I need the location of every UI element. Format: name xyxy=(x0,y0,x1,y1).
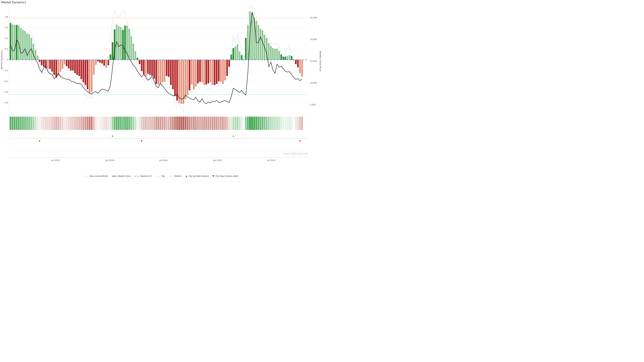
heat-cell-week-119 xyxy=(256,117,257,130)
heat-cell-week-6 xyxy=(20,117,22,130)
bar-week-66 xyxy=(145,60,147,76)
heat-cell-week-84 xyxy=(182,117,184,130)
legend-glyph-flip_up-icon xyxy=(185,175,188,177)
heat-cell-week-136 xyxy=(291,117,292,130)
bar-week-44 xyxy=(99,60,101,62)
heat-cell-week-59 xyxy=(130,117,132,130)
bar-week-104 xyxy=(224,60,226,80)
bar-week-37 xyxy=(85,60,86,85)
legend-label: Top xyxy=(162,175,165,177)
heat-cell-week-52 xyxy=(116,117,118,130)
left-tick-label: 0.2 xyxy=(5,48,8,50)
heat-cell-week-126 xyxy=(270,117,272,130)
left-tick-label: −0.8 xyxy=(3,102,8,104)
heat-cell-week-137 xyxy=(293,117,294,130)
heat-cell-week-78 xyxy=(170,117,172,130)
heat-cell-week-20 xyxy=(49,117,51,130)
heat-cell-week-24 xyxy=(58,117,59,130)
bar-week-38 xyxy=(87,60,88,89)
bar-week-31 xyxy=(72,60,74,70)
bar-week-73 xyxy=(160,60,161,83)
heat-cell-week-8 xyxy=(24,117,26,130)
heat-cell-week-101 xyxy=(218,117,220,130)
heat-cell-week-33 xyxy=(76,117,78,130)
x-tick-label: Jul 2025 xyxy=(267,159,276,162)
heat-cell-week-79 xyxy=(172,117,174,130)
heat-cell-week-26 xyxy=(62,117,64,130)
heat-cell-week-124 xyxy=(266,117,268,130)
legend-label: Flip Down (Green→Red) xyxy=(216,175,238,177)
bar-week-135 xyxy=(289,55,290,60)
heat-cell-week-80 xyxy=(174,117,176,130)
heat-cell-week-37 xyxy=(84,117,86,130)
heat-cell-week-111 xyxy=(239,117,240,130)
bar-week-72 xyxy=(158,60,159,85)
heat-cell-week-118 xyxy=(253,117,255,130)
bar-week-79 xyxy=(172,60,174,89)
flip-down-marker-week-64 xyxy=(141,140,142,142)
heat-cell-week-34 xyxy=(78,117,80,130)
bar-week-77 xyxy=(168,60,170,77)
bar-week-28 xyxy=(66,60,68,66)
bar-week-46 xyxy=(103,60,105,66)
heat-cell-week-72 xyxy=(158,117,159,130)
heat-cell-week-89 xyxy=(193,117,194,130)
flip-marker-panel xyxy=(9,133,308,158)
legend: Raw (unsmoothed)Weekly CloseBaseline (0)… xyxy=(0,175,322,177)
flip-down-marker-week-15 xyxy=(39,140,40,142)
heat-cell-week-104 xyxy=(224,117,226,130)
bar-week-9 xyxy=(26,33,28,60)
heat-cell-week-3 xyxy=(14,117,16,130)
heat-cell-week-130 xyxy=(278,117,280,130)
chart-svg: 0.80.60.40.20−0.2−0.4−0.6−0.825,00020,00… xyxy=(0,0,322,169)
legend-item-baseline: Baseline (0) xyxy=(134,175,152,177)
right-axis-title: Weekly Close Price xyxy=(319,51,322,71)
heat-cell-week-123 xyxy=(264,117,265,130)
heat-cell-week-82 xyxy=(178,117,180,130)
bar-week-34 xyxy=(78,60,80,76)
bar-week-15 xyxy=(39,60,40,62)
heat-cell-week-55 xyxy=(122,117,124,130)
bar-week-125 xyxy=(268,43,270,60)
bar-week-131 xyxy=(280,54,282,60)
bar-week-108 xyxy=(232,48,234,60)
heat-cell-week-127 xyxy=(272,117,274,130)
x-tick-label: Jan 2025 xyxy=(213,159,222,162)
heat-cell-week-135 xyxy=(289,117,290,130)
bar-week-50 xyxy=(112,42,113,60)
bar-week-53 xyxy=(118,26,120,60)
bar-week-97 xyxy=(210,60,211,82)
heat-cell-week-70 xyxy=(153,117,155,130)
bar-week-140 xyxy=(299,60,301,73)
heat-cell-week-31 xyxy=(72,117,74,130)
heat-cell-week-49 xyxy=(110,117,111,130)
bar-week-95 xyxy=(206,60,207,84)
heat-cell-week-129 xyxy=(276,117,278,130)
heat-cell-week-57 xyxy=(126,117,128,130)
market-dynamics-chart: 0.80.60.40.20−0.2−0.4−0.6−0.825,00020,00… xyxy=(0,0,322,169)
right-tick-label: 5,000 xyxy=(310,104,316,106)
bar-week-96 xyxy=(208,60,209,83)
heat-cell-week-109 xyxy=(234,117,236,130)
bar-week-23 xyxy=(56,60,57,77)
page: Market Dynamics 0.80.60.40.20−0.2−0.4−0.… xyxy=(0,0,322,181)
heat-cell-week-88 xyxy=(191,117,192,130)
left-axis-title: Market Dynamics xyxy=(0,50,3,69)
heat-cell-week-86 xyxy=(187,117,188,130)
bar-week-45 xyxy=(101,60,103,63)
bar-week-100 xyxy=(216,60,218,84)
bar-week-12 xyxy=(32,44,34,60)
bar-week-16 xyxy=(41,60,42,65)
bar-week-71 xyxy=(156,60,157,84)
heat-cell-week-42 xyxy=(95,117,96,130)
heat-cell-week-116 xyxy=(249,117,251,130)
bar-week-14 xyxy=(37,55,38,60)
bar-week-65 xyxy=(143,60,144,74)
bar-week-32 xyxy=(74,60,76,73)
bar-week-62 xyxy=(137,58,138,60)
heat-cell-week-14 xyxy=(37,117,38,130)
heat-cell-week-128 xyxy=(274,117,276,130)
bar-week-69 xyxy=(151,60,153,76)
legend-item-flip_down: Flip Down (Green→Red) xyxy=(212,175,238,177)
heat-cell-week-96 xyxy=(208,117,209,130)
